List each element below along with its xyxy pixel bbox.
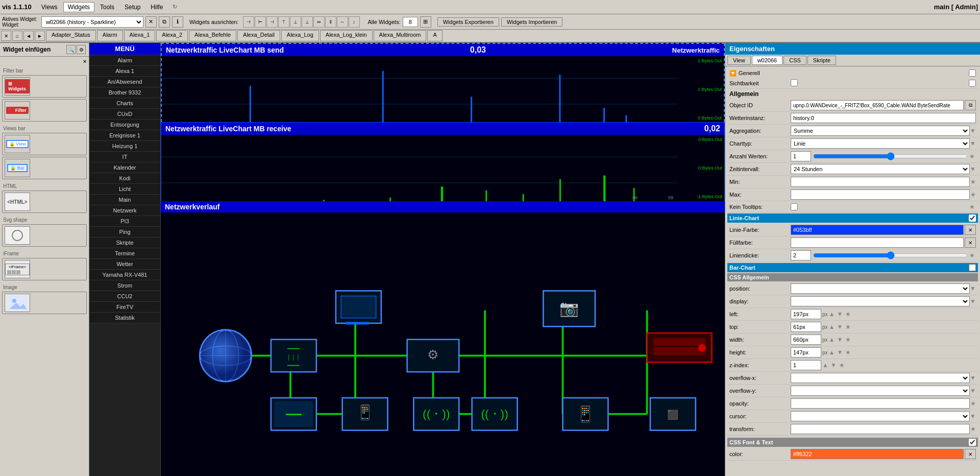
widget-item-widgets[interactable]: ⊞ Widgets (2, 75, 87, 98)
nav-yamaha[interactable]: Yamaha RX-V481 (89, 270, 160, 280)
transform-input[interactable] (791, 424, 970, 434)
align-left[interactable]: ⊣ (243, 16, 254, 28)
nav-termine[interactable]: Termine (89, 248, 160, 259)
width-down[interactable]: ▼ (836, 336, 844, 344)
overflow-y-star[interactable]: ▼ (970, 387, 976, 395)
overflow-x-star[interactable]: ▼ (970, 374, 976, 382)
nav-wetter[interactable]: Wetter (89, 259, 160, 270)
widget-item-image[interactable] (2, 292, 87, 314)
zindex-star[interactable]: ★ (838, 361, 846, 369)
object-id-input[interactable] (791, 100, 964, 110)
nav-charts[interactable]: Charts (89, 98, 160, 109)
nav-brother9332[interactable]: Brother 9332 (89, 87, 160, 98)
nav-cuxd[interactable]: CUxD (89, 109, 160, 120)
align-dist-v[interactable]: ⇕ (325, 16, 336, 28)
height-input[interactable] (791, 347, 821, 358)
tab-a[interactable]: A (427, 30, 442, 41)
align-right[interactable]: ⊣ (266, 16, 278, 28)
position-select[interactable] (791, 283, 970, 294)
opacity-star[interactable]: ★ (970, 399, 976, 408)
tab-nav-close[interactable]: ✕ (1, 31, 11, 41)
overflow-x-select[interactable] (791, 373, 970, 383)
close-sidebar-btn[interactable]: ✕ (83, 59, 87, 64)
widget-delete-btn[interactable]: ✕ (145, 16, 157, 28)
widget-info-btn[interactable]: ℹ (172, 16, 183, 28)
color-value[interactable]: #ff6322 (791, 449, 964, 459)
nav-anabwesend[interactable]: An/Abwesend (89, 77, 160, 87)
anzahl-slider[interactable] (813, 152, 968, 160)
widget-item-html[interactable]: <HTML> (2, 191, 87, 213)
charttyp-select[interactable]: Linie (791, 138, 970, 149)
widget-copy-btn[interactable]: ⧉ (159, 16, 170, 28)
height-down[interactable]: ▼ (836, 348, 844, 356)
nav-pi3[interactable]: PI3 (89, 216, 160, 227)
sichtbarkeit-star-checkbox[interactable] (969, 80, 976, 87)
widget-select[interactable]: w02066 (history - Sparkline) (41, 16, 143, 28)
fullfarbe-value[interactable] (791, 237, 964, 248)
prop-tab-skripte[interactable]: Skripte (807, 56, 836, 65)
align-bottom[interactable]: ⊥ (302, 16, 313, 28)
export-btn[interactable]: Widgets Exportieren (437, 17, 499, 27)
nav-netzwerk[interactable]: Netzwerk (89, 205, 160, 216)
align-same-w[interactable]: ↔ (337, 16, 348, 28)
tab-alexa-multiroom[interactable]: Alexa_Multiroom (374, 30, 427, 41)
nav-firetv[interactable]: FireTV (89, 302, 160, 313)
nav-alarm[interactable]: Alarm (89, 55, 160, 66)
prop-tab-css[interactable]: CSS (783, 56, 806, 65)
left-up[interactable]: ▲ (828, 310, 836, 318)
min-star[interactable]: ★ (970, 178, 976, 186)
alle-widgets-count[interactable] (403, 17, 418, 27)
color-copy[interactable]: ✕ (965, 449, 976, 459)
zeitintervall-select[interactable]: 24 Stunden (791, 164, 970, 174)
prop-tab-w02066[interactable]: w02066 (752, 56, 783, 65)
menu-hilfe[interactable]: Hilfe (146, 2, 167, 12)
top-input[interactable] (791, 322, 821, 332)
top-star[interactable]: ★ (844, 323, 852, 331)
generell-header[interactable]: 🔽 Generell (727, 68, 978, 78)
nav-strom[interactable]: Strom (89, 280, 160, 291)
zeitintervall-star[interactable]: ▼ (970, 165, 976, 173)
top-down[interactable]: ▼ (836, 323, 844, 331)
liniendicke-star[interactable]: ★ (968, 251, 976, 259)
align-center-v[interactable]: ⊥ (290, 16, 301, 28)
opacity-input[interactable] (791, 398, 970, 409)
cursor-star[interactable]: ▼ (970, 412, 976, 420)
menu-tools[interactable]: Tools (95, 2, 119, 12)
width-up[interactable]: ▲ (828, 336, 836, 344)
tab-alexa-detail[interactable]: Alexa_Detail (237, 30, 280, 41)
left-star[interactable]: ★ (844, 310, 852, 318)
max-input[interactable] (791, 189, 970, 200)
zindex-up[interactable]: ▲ (821, 361, 829, 369)
liniendicke-slider[interactable] (813, 251, 968, 259)
nav-licht[interactable]: Licht (89, 184, 160, 195)
sidebar-settings-btn[interactable]: ⚙ (77, 45, 86, 54)
tab-alarm[interactable]: Alarm (97, 30, 123, 41)
align-top[interactable]: ⊤ (278, 16, 289, 28)
object-id-copy[interactable]: ⧉ (965, 100, 976, 110)
cursor-select[interactable] (791, 411, 970, 421)
align-same-h[interactable]: ↕ (349, 16, 360, 28)
tab-alexa-log[interactable]: Alexa_Log (281, 30, 319, 41)
nav-ccu2[interactable]: CCU2 (89, 291, 160, 302)
nav-ping[interactable]: Ping (89, 227, 160, 237)
tab-alexa-befehle[interactable]: Alexa_Befehle (189, 30, 236, 41)
bar-chart-check[interactable] (969, 264, 976, 271)
nav-main[interactable]: Main (89, 195, 160, 205)
min-input[interactable] (791, 177, 970, 187)
prop-tab-view[interactable]: View (727, 56, 751, 65)
tab-alexa2[interactable]: Alexa_2 (156, 30, 188, 41)
sichtbarkeit-checkbox[interactable] (791, 79, 798, 86)
widget-item-svg[interactable] (2, 224, 87, 247)
left-down[interactable]: ▼ (836, 310, 844, 318)
linie-farbe-value[interactable]: #053bff (791, 225, 964, 235)
nav-entsorgung[interactable]: Entsorgung (89, 120, 160, 130)
transform-star[interactable]: ★ (970, 425, 976, 433)
charttyp-star[interactable]: ▼ (970, 139, 976, 148)
css-font-check[interactable] (969, 439, 976, 446)
display-select[interactable] (791, 296, 970, 306)
alle-widgets-btn[interactable]: ⊞ (420, 16, 431, 28)
widget-item-filter[interactable]: 🚫 Filter (2, 99, 87, 122)
position-star[interactable]: ▼ (970, 284, 976, 293)
menu-widgets[interactable]: Widgets (63, 2, 94, 12)
aggregation-star[interactable]: ▼ (970, 127, 976, 135)
